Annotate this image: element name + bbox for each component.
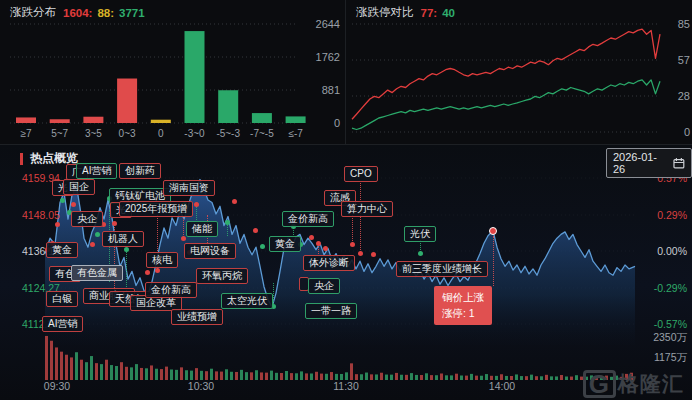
hotspot-tag[interactable]: 太空光伏 (221, 293, 273, 309)
marker-dot (155, 268, 160, 273)
marker-dot (181, 236, 186, 241)
hotspot-tag[interactable]: 业绩预增 (171, 309, 223, 325)
gelonghui-watermark: G 格隆汇 (583, 370, 684, 398)
hotspot-tag[interactable]: 机器人 (102, 231, 144, 247)
hotspot-tag[interactable]: 储能 (186, 221, 218, 237)
svg-text:57: 57 (678, 54, 690, 66)
marker-dot (145, 270, 150, 275)
right-axis-label: 0.29% (657, 209, 687, 221)
svg-text:0~3: 0~3 (119, 128, 136, 139)
distribution-count: 1604: (63, 7, 92, 19)
hotspot-tag[interactable]: 环氧丙烷 (196, 268, 248, 284)
hotspot-tooltip: 铜价上涨 涨停: 1 (434, 286, 492, 325)
marker-dot (60, 198, 65, 203)
hotspot-title: 热点概览 (30, 150, 78, 167)
left-axis-label: 4148.05 (22, 209, 60, 221)
limit-compare-count: 40 (442, 7, 455, 19)
hotspot-tag[interactable]: AI营销 (42, 316, 83, 332)
hotspot-tag[interactable]: 光伏 (404, 226, 436, 242)
svg-text:85: 85 (678, 18, 690, 30)
limit-compare-title: 涨跌停对比 (356, 5, 414, 20)
svg-text:5~7: 5~7 (51, 128, 68, 139)
marker-dot (358, 251, 363, 256)
marker-dot (194, 202, 199, 207)
marker-dot (232, 199, 237, 204)
marker-dot (112, 221, 117, 226)
svg-text:2644: 2644 (316, 18, 340, 30)
marker-dot (350, 242, 355, 247)
hotspot-tag[interactable]: 湖南国资 (163, 180, 215, 196)
hotspot-tag[interactable]: 2025年报预增 (119, 201, 193, 217)
hotspot-tag[interactable]: 金价新高 (145, 282, 197, 298)
marker-dot (71, 202, 76, 207)
hotspot-tag[interactable]: 电网设备 (184, 243, 236, 259)
tag-stem (352, 215, 353, 243)
svg-text:0: 0 (334, 117, 340, 129)
date-value: 2026-01-26 (613, 151, 668, 175)
hotspot-tag[interactable]: 前三季度业绩增长 (396, 261, 488, 277)
marker-dot (55, 222, 60, 227)
tooltip-line2: 涨停: 1 (442, 305, 484, 321)
watermark-logo: G (583, 370, 616, 398)
hotspot-tag[interactable]: 金价新高 (282, 211, 334, 227)
hotspot-tag[interactable]: 黄金 (269, 236, 301, 252)
highlight-marker-dot (489, 227, 497, 235)
hotspot-tag[interactable]: 央企 (308, 278, 340, 294)
marker-dot (253, 228, 258, 233)
marker-dot (323, 246, 328, 251)
svg-text:-5~-3: -5~-3 (216, 128, 240, 139)
marker-dot (260, 244, 265, 249)
hotspot-tag[interactable]: 有色金属 (71, 265, 123, 281)
top-row: 涨跌分布 1604:88:3771 088117622644≥75~73~50~… (0, 0, 692, 145)
svg-text:14:00: 14:00 (489, 380, 515, 392)
marker-dot (225, 220, 230, 225)
tag-stem (493, 236, 494, 286)
hotspot-tag[interactable]: 核电 (146, 252, 178, 268)
stock-dashboard: 涨跌分布 1604:88:3771 088117622644≥75~73~50~… (0, 0, 692, 400)
calendar-icon (673, 157, 685, 169)
limit-compare-header: 涨跌停对比 77:40 (346, 0, 470, 25)
hotspot-tag[interactable]: 算力中心 (341, 201, 393, 217)
marker-dot (90, 242, 95, 247)
svg-text:≤-7: ≤-7 (288, 128, 303, 139)
svg-text:≥7: ≥7 (20, 128, 31, 139)
marker-dot (418, 251, 423, 256)
svg-text:3~5: 3~5 (85, 128, 102, 139)
hotspot-tag[interactable]: AI营销 (76, 163, 117, 179)
svg-text:0: 0 (684, 126, 690, 138)
hotspot-tag[interactable]: 一带一路 (305, 303, 357, 319)
marker-dot (316, 241, 321, 246)
limit-compare-counts: 77:40 (421, 7, 460, 19)
distribution-title: 涨跌分布 (10, 5, 56, 20)
right-axis-label: -0.29% (654, 282, 687, 294)
svg-text:28: 28 (678, 90, 690, 102)
marker-dot (309, 235, 314, 240)
right-axis-label: -0.57% (654, 318, 687, 330)
hotspot-tag[interactable]: 国企 (63, 179, 95, 195)
marker-dot (371, 252, 376, 257)
watermark-text: 格隆汇 (618, 370, 684, 398)
distribution-header: 涨跌分布 1604:88:3771 (0, 0, 160, 25)
distribution-count: 3771 (119, 7, 145, 19)
svg-text:1762: 1762 (316, 51, 340, 63)
marker-dot (124, 247, 129, 252)
hotspot-tag[interactable]: 体外诊断 (303, 255, 355, 271)
tag-stem (183, 216, 184, 237)
hotspot-tag[interactable]: CPO (344, 166, 378, 182)
svg-text:-7~-5: -7~-5 (250, 128, 274, 139)
tag-stem (273, 283, 274, 306)
svg-text:09:30: 09:30 (44, 380, 70, 392)
distribution-counts: 1604:88:3771 (63, 7, 150, 19)
svg-text:0: 0 (158, 128, 164, 139)
right-axis-label: 1175万 (654, 351, 687, 365)
hotspot-tag[interactable]: 央企 (71, 211, 103, 227)
hotspot-tag[interactable]: 白银 (46, 291, 78, 307)
panel-hotspot: 09:3010:3011:3014:00 广AI营销创新药光国企钙钛矿电池湖南国… (0, 145, 692, 400)
limit-compare-count: 77: (421, 7, 438, 19)
hotspot-header: 热点概览 (20, 150, 78, 167)
svg-text:10:30: 10:30 (188, 380, 214, 392)
tooltip-line1: 铜价上涨 (442, 289, 484, 305)
hotspot-tag[interactable]: 创新药 (119, 163, 161, 179)
date-picker[interactable]: 2026-01-26 (606, 148, 692, 178)
hotspot-tag[interactable]: 黄金 (46, 242, 78, 258)
